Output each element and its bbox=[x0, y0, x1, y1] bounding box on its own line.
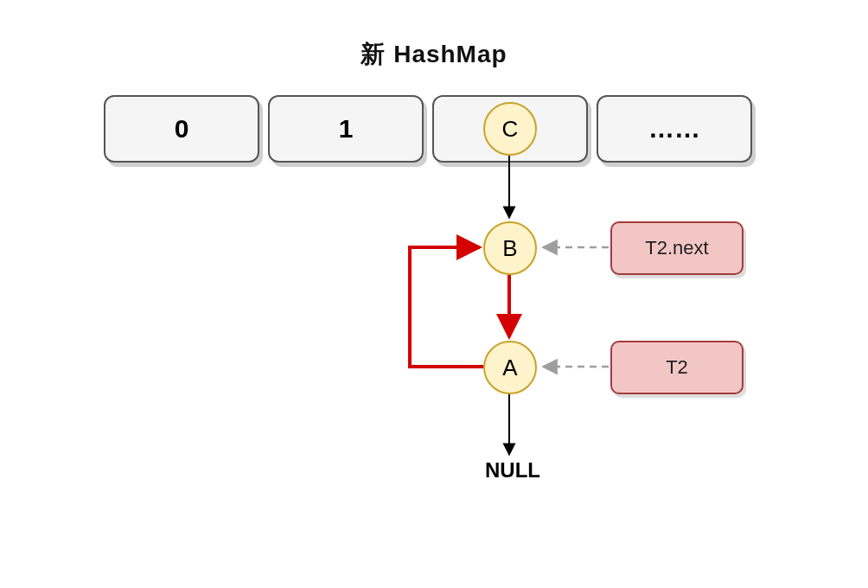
null-label: NULL bbox=[485, 458, 540, 483]
node-c: C bbox=[483, 102, 537, 156]
arrows-overlay bbox=[0, 0, 868, 588]
arrow-a-to-b-loop bbox=[410, 247, 483, 367]
diagram-title: 新 HashMap bbox=[0, 38, 868, 71]
bucket-more: …… bbox=[597, 95, 752, 163]
pointer-t2: T2 bbox=[610, 341, 744, 394]
pointer-t2-next: T2.next bbox=[610, 221, 744, 275]
node-a: A bbox=[483, 341, 537, 394]
bucket-0: 0 bbox=[104, 95, 259, 163]
node-b: B bbox=[483, 221, 537, 275]
bucket-1: 1 bbox=[268, 95, 424, 163]
